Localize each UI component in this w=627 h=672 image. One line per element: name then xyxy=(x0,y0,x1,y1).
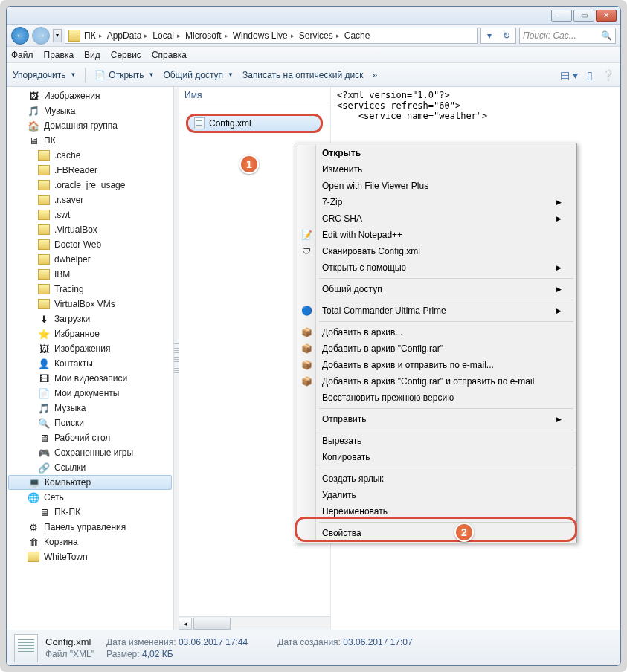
tree-item[interactable]: .oracle_jre_usage xyxy=(7,178,173,193)
more-button[interactable]: » xyxy=(372,70,377,80)
horizontal-scrollbar[interactable]: ◂ xyxy=(179,616,330,630)
open-icon: 📄 xyxy=(94,70,106,80)
tree-item[interactable]: VirtualBox VMs xyxy=(7,297,173,311)
status-filename: Config.xml xyxy=(45,636,94,647)
menu-help[interactable]: Справка xyxy=(152,50,187,60)
tree-item[interactable]: 🖥ПК xyxy=(7,133,173,148)
breadcrumb-item[interactable]: ПК▸ xyxy=(82,30,105,41)
organize-button[interactable]: Упорядочить▼ xyxy=(13,70,76,80)
column-header-name[interactable]: Имя xyxy=(179,87,330,103)
context-menu-item[interactable]: 🔵Total Commander Ultima Prime▶ xyxy=(297,303,575,319)
tree-item[interactable]: ⭐Избранное xyxy=(7,326,173,341)
tree-item[interactable]: 🔍Поиски xyxy=(7,416,173,430)
context-menu-item[interactable]: 📦Добавить в архив "Config.rar" xyxy=(297,340,575,357)
maximize-button[interactable]: ▭ xyxy=(573,10,594,22)
menu-edit[interactable]: Правка xyxy=(44,50,74,60)
context-menu-item[interactable]: Создать ярлык xyxy=(297,471,575,487)
context-menu-item[interactable]: Восстановить прежнюю версию xyxy=(297,390,575,406)
minimize-button[interactable]: — xyxy=(551,10,572,22)
breadcrumb-item[interactable]: Windows Live▸ xyxy=(231,30,297,41)
status-filetype: Файл "XML" xyxy=(45,649,94,659)
tree-item[interactable]: 🎵Музыка xyxy=(7,103,173,118)
breadcrumb-item[interactable]: Microsoft▸ xyxy=(183,30,231,41)
context-menu-item[interactable]: Удалить xyxy=(297,487,575,503)
context-menu-item[interactable]: Отправить▶ xyxy=(297,411,575,427)
breadcrumb-item[interactable]: Services▸ xyxy=(297,30,342,41)
preview-pane-button[interactable]: ▯ xyxy=(587,69,593,81)
context-menu-item[interactable]: Открыть с помощью▶ xyxy=(297,259,575,276)
tree-item[interactable]: 🎵Музыка xyxy=(7,401,173,416)
tree-item[interactable]: 🖥Рабочий стол xyxy=(7,430,173,445)
tree-item[interactable]: 🎞Мои видеозаписи xyxy=(7,371,173,386)
toolbar: Упорядочить▼ 📄Открыть▼ Общий доступ▼ Зап… xyxy=(7,63,620,87)
history-dropdown[interactable]: ▾ xyxy=(53,29,62,42)
open-button[interactable]: 📄Открыть▼ xyxy=(94,70,154,80)
tree-item[interactable]: .swt xyxy=(7,207,173,222)
search-input[interactable]: Поиск: Cac...🔍 xyxy=(519,28,616,44)
menubar: Файл Правка Вид Сервис Справка xyxy=(7,47,620,63)
view-button[interactable]: ▤ ▾ xyxy=(560,69,578,81)
context-menu-item[interactable]: 🛡Сканировать Config.xml xyxy=(297,243,575,259)
file-type-icon xyxy=(14,634,38,662)
tree-item[interactable]: 🔗Ссылки xyxy=(7,460,173,475)
context-menu-item[interactable]: Свойства xyxy=(297,525,575,541)
tree-item[interactable]: 🌐Сеть xyxy=(7,490,173,505)
context-menu-item[interactable]: 📝Edit with Notepad++ xyxy=(297,227,575,243)
tree-item[interactable]: 🖼Изображения xyxy=(7,88,173,103)
tree-item[interactable]: .r.saver xyxy=(7,193,173,207)
tree-item[interactable]: 🎮Сохраненные игры xyxy=(7,445,173,460)
context-menu-item[interactable]: Open with File Viewer Plus xyxy=(297,178,575,194)
tree-item[interactable]: 🏠Домашняя группа xyxy=(7,118,173,133)
nav-tree[interactable]: 🖼Изображения🎵Музыка🏠Домашняя группа🖥ПК.c… xyxy=(7,87,174,630)
menu-file[interactable]: Файл xyxy=(11,50,33,60)
file-label: Config.xml xyxy=(209,118,251,129)
context-menu: ОткрытьИзменитьOpen with File Viewer Plu… xyxy=(295,143,577,543)
tree-item[interactable]: .cache xyxy=(7,148,173,163)
context-menu-item[interactable]: Переименовать xyxy=(297,503,575,520)
menu-tools[interactable]: Сервис xyxy=(111,50,141,60)
menu-view[interactable]: Вид xyxy=(84,50,100,60)
breadcrumb[interactable]: ПК▸ AppData▸ Local▸ Microsoft▸ Windows L… xyxy=(65,28,478,44)
tree-item[interactable]: ⬇Загрузки xyxy=(7,311,173,326)
breadcrumb-item[interactable]: Local▸ xyxy=(150,30,183,41)
context-menu-item[interactable]: 📦Добавить в архив... xyxy=(297,324,575,340)
context-menu-item[interactable]: Общий доступ▶ xyxy=(297,281,575,297)
annotation-marker-2: 2 xyxy=(454,523,474,542)
tree-item[interactable]: .FBReader xyxy=(7,163,173,178)
annotation-marker-1: 1 xyxy=(239,155,259,174)
tree-item[interactable]: 💻Компьютер xyxy=(8,475,172,490)
tree-item[interactable]: IBM xyxy=(7,267,173,282)
breadcrumb-item[interactable]: AppData▸ xyxy=(105,30,151,41)
details-pane: Config.xml Файл "XML" Дата изменения: 03… xyxy=(7,630,620,665)
burn-button[interactable]: Записать на оптический диск xyxy=(242,70,364,80)
file-config-xml[interactable]: Config.xml xyxy=(186,114,323,133)
tree-item[interactable]: Doctor Web xyxy=(7,237,173,252)
tree-item[interactable]: 📄Мои документы xyxy=(7,386,173,401)
context-menu-item[interactable]: CRC SHA▶ xyxy=(297,210,575,227)
tree-item[interactable]: dwhelper xyxy=(7,252,173,267)
forward-button[interactable]: → xyxy=(32,27,50,45)
context-menu-item[interactable]: 📦Добавить в архив и отправить по e-mail.… xyxy=(297,357,575,373)
breadcrumb-item[interactable]: Cache xyxy=(342,30,373,41)
context-menu-item[interactable]: 📦Добавить в архив "Config.rar" и отправи… xyxy=(297,373,575,390)
tree-item[interactable]: 👤Контакты xyxy=(7,356,173,371)
tree-item[interactable]: WhiteTown xyxy=(7,549,173,564)
tree-item[interactable]: Tracing xyxy=(7,282,173,297)
share-button[interactable]: Общий доступ▼ xyxy=(163,70,234,80)
close-button[interactable]: ✕ xyxy=(596,10,617,22)
context-menu-item[interactable]: Копировать xyxy=(297,449,575,465)
tree-item[interactable]: 🖼Изображения xyxy=(7,341,173,356)
refresh-controls[interactable]: ▾↻ xyxy=(480,28,516,44)
search-icon: 🔍 xyxy=(601,30,612,41)
back-button[interactable]: ← xyxy=(11,27,29,45)
context-menu-item[interactable]: 7-Zip▶ xyxy=(297,194,575,210)
tree-item[interactable]: 🖥ПК-ПК xyxy=(7,505,173,520)
context-menu-item[interactable]: Открыть xyxy=(297,145,575,161)
context-menu-item[interactable]: Вырезать xyxy=(297,433,575,449)
help-button[interactable]: ❔ xyxy=(602,69,614,81)
file-icon xyxy=(194,117,205,129)
tree-item[interactable]: 🗑Корзина xyxy=(7,534,173,549)
tree-item[interactable]: ⚙Панель управления xyxy=(7,520,173,534)
tree-item[interactable]: .VirtualBox xyxy=(7,222,173,237)
context-menu-item[interactable]: Изменить xyxy=(297,161,575,178)
